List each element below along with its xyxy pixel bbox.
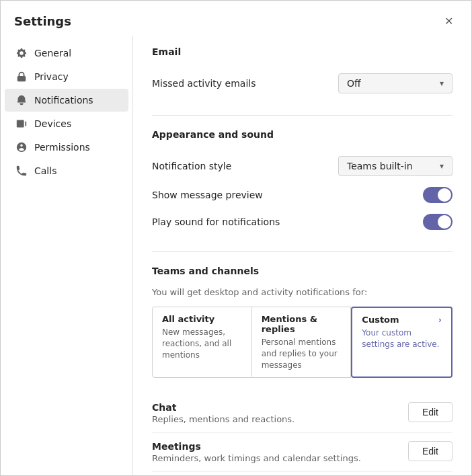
all-activity-title: All activity [162,314,242,324]
play-sound-row: Play sound for notifications [152,208,453,235]
sidebar-item-notifications-label: Notifications [34,95,93,106]
mentions-replies-title: Mentions & replies [262,314,342,334]
notification-style-dropdown[interactable]: Teams built-in ▾ [338,156,453,176]
sidebar-item-notifications[interactable]: Notifications [5,89,128,112]
phone-icon [15,165,28,177]
notification-style-value: Teams built-in [347,161,413,171]
permissions-icon [15,141,28,153]
notification-style-label: Notification style [152,161,231,171]
missed-activity-label: Missed activity emails [152,78,255,89]
chevron-right-icon: › [438,315,442,325]
appearance-section-title: Appearance and sound [152,129,453,140]
window-title: Settings [14,14,71,28]
mentions-replies-option[interactable]: Mentions & replies Personal mentions and… [252,307,352,378]
sidebar-item-general[interactable]: General [5,42,128,65]
show-preview-label: Show message preview [152,190,263,200]
main-body: General Privacy Notifications [1,36,471,475]
chat-edit-button[interactable]: Edit [408,402,453,422]
meetings-section-info: Meetings Reminders, work timings and cal… [152,441,361,463]
devices-icon [15,118,28,130]
dropdown-arrow-icon-2: ▾ [440,161,444,171]
teams-channels-title: Teams and channels [152,266,453,276]
chat-section-info: Chat Replies, mentions and reactions. [152,402,294,424]
sidebar-item-devices-label: Devices [34,118,71,129]
custom-title: Custom › [362,315,442,325]
sidebar-item-general-label: General [34,48,71,58]
divider-1 [152,115,453,116]
notification-style-row: Notification style Teams built-in ▾ [152,151,453,182]
sub-sections: Chat Replies, mentions and reactions. Ed… [152,394,453,475]
meetings-edit-button[interactable]: Edit [408,441,453,461]
sidebar-item-privacy-label: Privacy [34,71,69,82]
content-area: Email Missed activity emails Off ▾ Appea… [132,36,471,475]
play-sound-label: Play sound for notifications [152,216,280,227]
all-activity-option[interactable]: All activity New messages, reactions, an… [152,307,252,378]
close-button[interactable]: ✕ [439,11,458,30]
chat-section-row: Chat Replies, mentions and reactions. Ed… [152,394,453,433]
sidebar-item-privacy[interactable]: Privacy [5,65,128,88]
chat-title: Chat [152,402,294,413]
sidebar: General Privacy Notifications [1,36,132,475]
teams-channels-section: Teams and channels You will get desktop … [152,266,453,378]
play-sound-toggle[interactable] [423,214,453,230]
chat-desc: Replies, mentions and reactions. [152,414,294,424]
email-section: Email Missed activity emails Off ▾ [152,46,453,99]
meetings-section-row: Meetings Reminders, work timings and cal… [152,433,453,472]
sidebar-item-devices[interactable]: Devices [5,112,128,135]
sidebar-item-permissions[interactable]: Permissions [5,136,128,159]
bell-icon [15,94,28,106]
divider-2 [152,251,453,252]
settings-window: Settings ✕ General Privacy [0,0,472,476]
teams-channels-desc: You will get desktop and activity notifi… [152,287,453,297]
missed-activity-row: Missed activity emails Off ▾ [152,68,453,99]
notification-options: All activity New messages, reactions, an… [152,307,453,378]
people-section-row: People Follow statuses Edit [152,472,453,475]
missed-activity-value: Off [347,78,361,89]
custom-option[interactable]: Custom › Your custom settings are active… [351,307,453,378]
dropdown-arrow-icon: ▾ [440,79,444,88]
meetings-desc: Reminders, work timings and calendar set… [152,453,361,463]
appearance-section: Appearance and sound Notification style … [152,129,453,235]
gear-icon [15,47,28,59]
email-section-title: Email [152,46,453,57]
sidebar-item-permissions-label: Permissions [34,142,90,153]
missed-activity-dropdown[interactable]: Off ▾ [338,73,453,93]
meetings-title: Meetings [152,441,361,452]
all-activity-desc: New messages, reactions, and all mention… [162,327,242,360]
title-bar: Settings ✕ [1,1,471,36]
sidebar-item-calls[interactable]: Calls [5,159,128,182]
lock-icon [15,71,28,83]
sidebar-item-calls-label: Calls [34,165,56,176]
show-preview-toggle[interactable] [423,187,453,203]
mentions-replies-desc: Personal mentions and replies to your me… [262,337,342,370]
custom-desc: Your custom settings are active. [362,327,442,350]
show-preview-row: Show message preview [152,182,453,208]
